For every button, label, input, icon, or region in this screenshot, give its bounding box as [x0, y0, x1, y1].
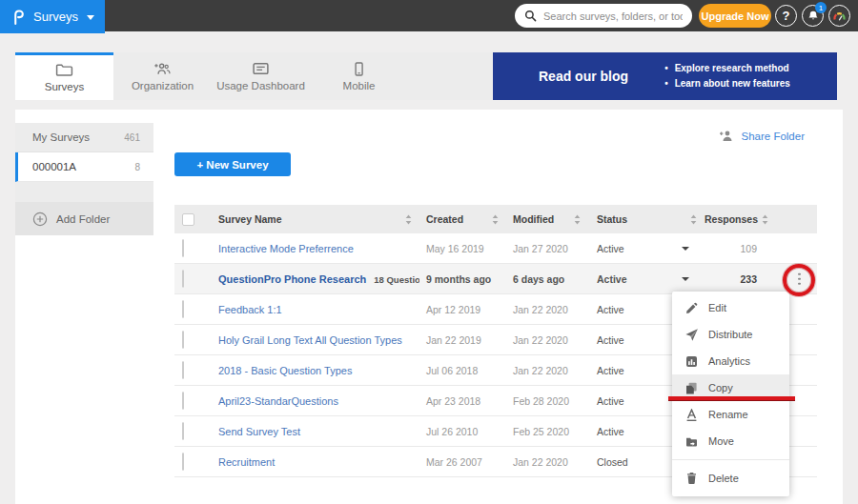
tab-organization[interactable]: Organization: [113, 52, 212, 100]
folder-icon: [55, 63, 73, 77]
row-select-cell: [174, 271, 213, 288]
status-dropdown-icon[interactable]: [682, 277, 689, 281]
header-modified[interactable]: Modified: [506, 213, 588, 225]
survey-name-link[interactable]: 2018 - Basic Question Types: [218, 365, 352, 376]
surveys-dashboard-page: Surveys Upgrade Now ? 1: [0, 0, 858, 504]
created-cell: Jan 22 2019: [419, 334, 506, 346]
survey-name-cell: April23-StandarQuestions: [213, 395, 419, 407]
sidebar-spacer: [15, 182, 153, 202]
row-checkbox[interactable]: [182, 392, 184, 410]
menu-item-delete[interactable]: Delete: [672, 460, 789, 495]
header-survey-name[interactable]: Survey Name: [213, 213, 419, 225]
responses-cell: 233: [699, 273, 772, 285]
row-checkbox[interactable]: [182, 331, 184, 349]
usage-meter-button[interactable]: [828, 5, 850, 27]
status-label: Active: [597, 395, 624, 407]
created-cell: Jul 26 2010: [419, 426, 506, 437]
row-select-cell: [174, 423, 213, 440]
help-button[interactable]: ?: [775, 5, 797, 27]
status-label: Active: [597, 365, 624, 376]
organization-people-icon: [153, 62, 172, 76]
created-cell: Apr 23 2018: [419, 395, 506, 407]
row-select-cell: [174, 301, 213, 318]
survey-name-link[interactable]: QuestionPro Phone Research: [218, 273, 366, 285]
survey-name-cell: Send Survey Test: [213, 426, 419, 437]
row-checkbox[interactable]: [182, 453, 184, 471]
row-select-cell: [174, 393, 213, 410]
menu-item-distribute[interactable]: Distribute: [672, 321, 789, 348]
send-plane-icon: [685, 329, 698, 341]
survey-name-link[interactable]: Feedback 1:1: [218, 304, 282, 315]
row-checkbox[interactable]: [182, 270, 184, 288]
row-checkbox[interactable]: [182, 239, 184, 257]
status-cell: Active: [588, 273, 699, 285]
modified-cell: Jan 22 2020: [506, 334, 588, 346]
search-input[interactable]: [543, 10, 683, 22]
rename-icon: [685, 409, 698, 421]
header-status[interactable]: Status: [588, 213, 699, 225]
select-all-checkbox[interactable]: [182, 213, 194, 226]
status-label: Active: [597, 304, 624, 315]
plus-circle-icon: [32, 212, 48, 227]
row-checkbox[interactable]: [182, 300, 184, 318]
row-checkbox[interactable]: [182, 361, 184, 379]
topbar: Surveys Upgrade Now ? 1: [0, 0, 858, 31]
trash-icon: [685, 472, 698, 484]
survey-name-link[interactable]: April23-StandarQuestions: [218, 395, 338, 407]
row-select-cell: [174, 332, 213, 349]
modified-cell: 6 days ago: [506, 273, 588, 285]
sort-icon[interactable]: [405, 214, 412, 225]
tab-mobile[interactable]: Mobile: [310, 52, 408, 100]
survey-name-cell: 2018 - Basic Question Types: [213, 365, 419, 376]
mobile-phone-icon: [350, 62, 368, 76]
survey-name-link[interactable]: Interactive Mode Preferrence: [218, 243, 354, 254]
row-checkbox[interactable]: [182, 422, 184, 440]
header-responses[interactable]: Responses: [699, 213, 772, 225]
header-created[interactable]: Created: [419, 213, 506, 225]
modified-cell: Jan 27 2020: [506, 243, 588, 254]
share-folder-link[interactable]: Share Folder: [719, 130, 805, 142]
created-cell: Apr 12 2019: [419, 304, 506, 315]
upgrade-now-button[interactable]: Upgrade Now: [699, 4, 771, 28]
banner-bullet: Explore research method: [664, 61, 790, 76]
pencil-icon: [685, 302, 698, 314]
menu-item-move[interactable]: Move: [672, 428, 789, 454]
sidebar-item-my-surveys[interactable]: My Surveys 461: [15, 123, 153, 152]
survey-name-link[interactable]: Holy Grail Long Text All Question Types: [218, 334, 402, 346]
table-row[interactable]: Interactive Mode Preferrence May 16 2019…: [174, 233, 817, 264]
menu-item-analytics[interactable]: Analytics: [672, 348, 789, 374]
tab-surveys[interactable]: Surveys: [15, 52, 113, 100]
sort-icon[interactable]: [574, 214, 581, 225]
row-context-menu: Edit Distribute Analytics Copy: [672, 292, 789, 496]
sort-icon[interactable]: [762, 214, 768, 225]
created-cell: Mar 26 2007: [419, 456, 506, 468]
menu-item-edit[interactable]: Edit: [672, 294, 789, 321]
primary-tabs: Surveys Organization Usage Dashboard: [15, 52, 492, 100]
row-select-cell: [174, 454, 213, 471]
blog-promo-banner[interactable]: Read our blog Explore research method Le…: [493, 52, 837, 100]
status-label: Active: [597, 273, 627, 285]
search-icon: [524, 10, 537, 22]
table-header-row: Survey Name Created Modified: [174, 205, 817, 233]
folder-count: 8: [134, 162, 140, 172]
survey-name-link[interactable]: Recruitment: [218, 456, 275, 468]
modified-cell: Feb 28 2020: [506, 395, 588, 407]
app-title: Surveys: [33, 10, 78, 24]
table-row[interactable]: QuestionPro Phone Research 18 Questions …: [174, 264, 817, 294]
sidebar-item-folder-000001A[interactable]: 000001A 8: [15, 152, 153, 182]
survey-name-link[interactable]: Send Survey Test: [218, 426, 300, 437]
menu-item-rename[interactable]: Rename: [672, 401, 789, 428]
product-switcher[interactable]: Surveys: [0, 0, 105, 33]
sort-icon[interactable]: [690, 214, 697, 225]
add-folder-button[interactable]: Add Folder: [15, 202, 153, 235]
annotation-circle: [783, 264, 815, 296]
tab-usage-dashboard[interactable]: Usage Dashboard: [212, 52, 310, 100]
notifications-button[interactable]: 1: [802, 5, 824, 27]
new-survey-button[interactable]: + New Survey: [174, 152, 291, 176]
row-select-cell: [174, 362, 213, 379]
created-cell: 9 months ago: [419, 273, 506, 285]
row-actions-cell: [772, 233, 817, 263]
dashboard-screen-icon: [252, 62, 270, 76]
sort-icon[interactable]: [492, 214, 499, 225]
status-dropdown-icon[interactable]: [682, 247, 689, 251]
